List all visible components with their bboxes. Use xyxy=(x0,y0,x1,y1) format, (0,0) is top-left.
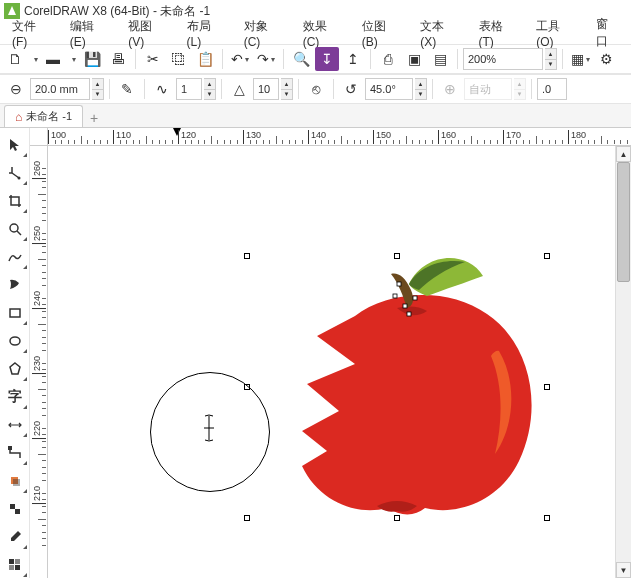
resize-handle-n[interactable] xyxy=(394,253,400,259)
ruler-h-tick: 150 xyxy=(373,130,391,144)
menu-effects[interactable]: 效果(C) xyxy=(293,16,352,51)
zoom-spinner[interactable]: ▲▼ xyxy=(545,48,557,70)
canvas-area: 100110120130140150160170180 260250240230… xyxy=(30,128,631,578)
svg-rect-6 xyxy=(13,479,20,486)
spacing-field[interactable]: .0 xyxy=(537,78,567,100)
menubar: 文件(F) 编辑(E) 视图(V) 布局(L) 对象(C) 效果(C) 位图(B… xyxy=(0,22,631,44)
publish-pdf-button[interactable]: ⎙ xyxy=(376,47,400,71)
resize-handle-s[interactable] xyxy=(394,515,400,521)
transparency-tool[interactable] xyxy=(2,496,28,522)
scroll-track[interactable] xyxy=(616,162,631,562)
angle-spinner[interactable]: ▲▼ xyxy=(415,78,427,100)
open-button[interactable]: ▬▾ xyxy=(42,47,78,71)
resize-handle-se[interactable] xyxy=(544,515,550,521)
bearing-spinner: ▲▼ xyxy=(514,78,526,100)
menu-edit[interactable]: 编辑(E) xyxy=(60,16,118,51)
selection-box[interactable] xyxy=(247,256,547,518)
save-button[interactable]: 💾 xyxy=(80,47,104,71)
fill-tool[interactable] xyxy=(2,552,28,578)
paste-button[interactable]: 📋 xyxy=(193,47,217,71)
full-screen-preview-button[interactable]: ▣ xyxy=(402,47,426,71)
shape-tool[interactable] xyxy=(2,160,28,186)
doc-tab-1[interactable]: ⌂ 未命名 -1 xyxy=(4,105,83,127)
new-button[interactable]: 🗋▾ xyxy=(4,47,40,71)
dryout-spinner[interactable]: ▲▼ xyxy=(281,78,293,100)
ruler-h-tick: 110 xyxy=(113,130,131,144)
search-button[interactable]: 🔍 xyxy=(289,47,313,71)
resize-handle-nw[interactable] xyxy=(244,253,250,259)
separator xyxy=(144,79,145,99)
menu-tools[interactable]: 工具(O) xyxy=(526,16,586,51)
ruler-h-tick: 130 xyxy=(243,130,261,144)
pen-pressure-icon[interactable]: ✎ xyxy=(115,77,139,101)
eraser-size-field[interactable]: 20.0 mm xyxy=(30,78,90,100)
home-icon: ⌂ xyxy=(15,110,22,124)
separator xyxy=(333,79,334,99)
undo-button[interactable]: ↶▾ xyxy=(228,47,252,71)
zoom-tool[interactable] xyxy=(2,216,28,242)
ruler-origin[interactable] xyxy=(30,128,48,145)
print-button[interactable]: 🖶 xyxy=(106,47,130,71)
scroll-up-button[interactable]: ▲ xyxy=(616,146,631,162)
size-spinner[interactable]: ▲▼ xyxy=(92,78,104,100)
dryout-field[interactable]: 10 xyxy=(253,78,279,100)
menu-table[interactable]: 表格(T) xyxy=(469,16,527,51)
menu-object[interactable]: 对象(C) xyxy=(234,16,293,51)
svg-point-1 xyxy=(10,224,18,232)
svg-rect-4 xyxy=(8,446,12,450)
snap-options-button[interactable]: ▦▾ xyxy=(568,47,592,71)
text-tool[interactable]: 字 xyxy=(2,384,28,410)
ellipse-tool[interactable] xyxy=(2,328,28,354)
rate-field[interactable]: 1 xyxy=(176,78,202,100)
eyedropper-tool[interactable] xyxy=(2,524,28,550)
standard-toolbar: 🗋▾ ▬▾ 💾 🖶 ✂ ⿻ 📋 ↶▾ ↷▾ 🔍 ↧ ↥ ⎙ ▣ ▤ 200% ▲… xyxy=(0,44,631,74)
drawing-canvas[interactable] xyxy=(48,146,615,578)
angle-field[interactable]: 45.0 ° xyxy=(365,78,413,100)
workspace: 字 100110120130140150160170180 2602502402… xyxy=(0,128,631,578)
ruler-h-tick: 160 xyxy=(438,130,456,144)
scroll-thumb[interactable] xyxy=(617,162,630,282)
pick-tool[interactable] xyxy=(2,132,28,158)
resize-handle-ne[interactable] xyxy=(544,253,550,259)
cut-button[interactable]: ✂ xyxy=(141,47,165,71)
crop-tool[interactable] xyxy=(2,188,28,214)
menu-view[interactable]: 视图(V) xyxy=(118,16,176,51)
menu-file[interactable]: 文件(F) xyxy=(2,16,60,51)
tilt-icon[interactable]: ⎋ xyxy=(304,77,328,101)
rectangle-tool[interactable] xyxy=(2,300,28,326)
export-button[interactable]: ↥ xyxy=(341,47,365,71)
ruler-vertical[interactable]: 260250240230220210 xyxy=(30,146,48,578)
polygon-tool[interactable] xyxy=(2,356,28,382)
interactive-effects-tool[interactable] xyxy=(2,468,28,494)
copy-button[interactable]: ⿻ xyxy=(167,47,191,71)
separator xyxy=(298,79,299,99)
import-button[interactable]: ↧ xyxy=(315,47,339,71)
ruler-h-tick: 140 xyxy=(308,130,326,144)
menu-text[interactable]: 文本(X) xyxy=(410,16,468,51)
zoom-up[interactable]: ▲ xyxy=(545,49,556,60)
zoom-down[interactable]: ▼ xyxy=(545,60,556,70)
property-bar: ⊖ 20.0 mm ▲▼ ✎ ∿ 1 ▲▼ △ 10 ▲▼ ⎋ ↺ 45.0 °… xyxy=(0,74,631,104)
connector-tool[interactable] xyxy=(2,440,28,466)
separator xyxy=(457,49,458,69)
options-button[interactable]: ⚙ xyxy=(594,47,618,71)
separator xyxy=(221,79,222,99)
artistic-media-tool[interactable] xyxy=(2,272,28,298)
dimension-tool[interactable] xyxy=(2,412,28,438)
menu-layout[interactable]: 布局(L) xyxy=(177,16,234,51)
menu-bitmap[interactable]: 位图(B) xyxy=(352,16,410,51)
new-doc-tab-button[interactable]: + xyxy=(85,109,103,127)
redo-button[interactable]: ↷▾ xyxy=(254,47,278,71)
zoom-level-field[interactable]: 200% xyxy=(463,48,543,70)
scrollbar-vertical[interactable]: ▲ ▼ xyxy=(615,146,631,578)
svg-point-3 xyxy=(10,337,20,345)
resize-handle-sw[interactable] xyxy=(244,515,250,521)
scroll-down-button[interactable]: ▼ xyxy=(616,562,631,578)
text-cursor-icon xyxy=(202,414,216,447)
eraser-shape-circle-icon[interactable]: ⊖ xyxy=(4,77,28,101)
rate-spinner[interactable]: ▲▼ xyxy=(204,78,216,100)
show-rulers-button[interactable]: ▤ xyxy=(428,47,452,71)
ruler-horizontal[interactable]: 100110120130140150160170180 xyxy=(30,128,631,146)
freehand-tool[interactable] xyxy=(2,244,28,270)
resize-handle-e[interactable] xyxy=(544,384,550,390)
